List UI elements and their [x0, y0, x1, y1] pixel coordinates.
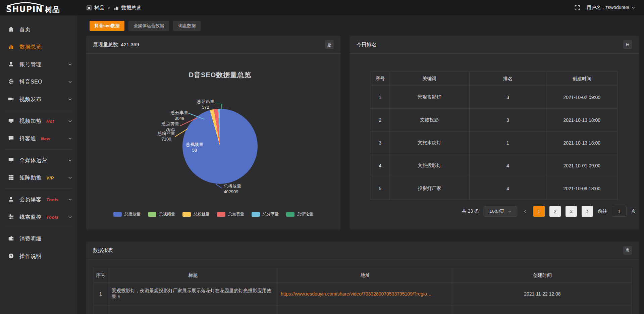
next-page-button[interactable] [582, 206, 593, 217]
sidebar-item-media-ops[interactable]: 全媒体运营 [0, 152, 77, 169]
page-button-3[interactable]: 3 [566, 206, 577, 217]
legend-label: 总视频量 [159, 211, 175, 217]
table-header-row: 序号关键词排名创建时间 [371, 72, 618, 86]
wallet-icon [8, 235, 15, 242]
fullscreen-icon[interactable] [575, 5, 580, 10]
badge-hot: Hot [46, 119, 54, 124]
table-row: 3文旅水纹灯12021-10-13 18:00 [371, 132, 618, 154]
sidebar-item-douketong[interactable]: 抖客通New [0, 130, 77, 147]
table-row: 1景观投影灯32021-10-02 09:00 [371, 86, 618, 109]
legend-item[interactable]: 总点赞量 [217, 211, 244, 217]
breadcrumb-separator: > [108, 5, 110, 10]
data-tabs: 抖音seo数据全媒体运营数据询盘数据 [90, 21, 639, 31]
pie-label-videos: 总视频量58 [181, 142, 208, 153]
tab-0[interactable]: 抖音seo数据 [90, 21, 124, 31]
module-icon [87, 5, 92, 10]
sidebar-item-matrix-boost[interactable]: 矩阵助推VIP [0, 169, 77, 187]
column-header: 序号 [93, 268, 108, 282]
sidebar-item-label: 抖客通 [19, 135, 36, 142]
video-link[interactable]: https://www.iesdouyin.com/share/video/70… [281, 291, 432, 297]
legend-item[interactable]: 总视频量 [148, 211, 175, 217]
user-menu[interactable]: 用户名：zswodun88 [587, 5, 635, 11]
chevron-down-icon [68, 119, 72, 123]
sidebar-item-label: 会员爆客 [19, 196, 42, 203]
video-icon [8, 96, 15, 103]
chevron-down-icon [68, 80, 72, 84]
app-logo: SHUPIN 树品 [0, 2, 77, 14]
legend-item[interactable]: 总评论量 [286, 211, 313, 217]
table-cell: 4 [470, 177, 546, 200]
table-cell: 2021-11-22 12:08 [453, 282, 632, 305]
table-cell: 3 [371, 132, 389, 154]
bar-chart-icon [114, 5, 119, 10]
sidebar-item-label: 账号管理 [19, 61, 42, 68]
table-cell: 5 [371, 177, 389, 200]
sidebar-item-video-heat[interactable]: 视频加热Hot [0, 112, 77, 130]
sidebar-item-account-manage[interactable]: 账号管理 [0, 56, 77, 73]
report-table: 序号标题地址创建时间1景观投影灯，夜游景观投影灯厂家展示展示落花灯在花园里的灯光… [93, 268, 632, 314]
leader-line [215, 184, 222, 189]
sidebar-item-label: 抖音SEO [19, 78, 42, 86]
table-cell: 2021-10-01 09:00 [546, 154, 618, 177]
sidebar-item-data-overview[interactable]: 数据总览 [0, 38, 77, 56]
tab-2[interactable]: 询盘数据 [173, 21, 201, 31]
today-rank-panel: 今日排名 日 序号关键词排名创建时间1景观投影灯32021-10-02 09:0… [350, 36, 639, 229]
main-content: 抖音seo数据全媒体运营数据询盘数据 展现量总数: 421,369 总 D音SE… [77, 15, 644, 314]
chevron-down-icon [508, 210, 512, 213]
sidebar-divider [5, 228, 72, 228]
title-cell: 景观投影灯，夜游景观投影灯厂家展示展示落花灯在花园里的灯光投影应用效果 # [108, 282, 278, 305]
svg-text:?: ? [10, 254, 12, 258]
legend-item[interactable]: 总播放量 [113, 211, 141, 217]
chart-icon [8, 44, 15, 50]
legend-label: 总点赞量 [228, 211, 244, 217]
sidebar-item-consumption-detail[interactable]: 消费明细 [0, 230, 77, 248]
breadcrumb-current: 数据总览 [121, 5, 142, 11]
username-label: 用户名：zswodun88 [587, 5, 629, 11]
tab-1[interactable]: 全媒体运营数据 [128, 21, 169, 31]
legend-item[interactable]: 总分享量 [252, 211, 279, 217]
total-badge-button[interactable]: 总 [325, 40, 334, 49]
legend-item[interactable]: 总粉丝量 [182, 211, 210, 217]
chevron-down-icon [68, 158, 72, 163]
table-cell [93, 305, 108, 314]
pie-label-comments: 总评论量572 [192, 99, 219, 110]
goto-page-input[interactable] [612, 206, 627, 217]
sidebar-item-label: 操作说明 [19, 253, 42, 260]
table-row: 1景观投影灯，夜游景观投影灯厂家展示展示落花灯在花园里的灯光投影应用效果 #ht… [93, 282, 632, 305]
table-badge-button[interactable]: 表 [623, 246, 632, 255]
column-header: 排名 [470, 72, 546, 86]
table-cell [108, 305, 278, 314]
page-size-select[interactable]: 10条/页 [484, 206, 517, 217]
sidebar-item-member-tools[interactable]: 会员爆客Tools [0, 191, 77, 208]
table-cell: 文旅水纹灯 [389, 132, 470, 154]
table-row: 5投影灯厂家42021-10-09 18:00 [371, 177, 618, 200]
sidebar-item-leads-monitor[interactable]: 线索监控Tools [0, 208, 77, 226]
chevron-right-icon [585, 209, 589, 214]
sidebar-item-label: 数据总览 [19, 44, 42, 51]
day-badge-button[interactable]: 日 [623, 40, 632, 49]
prev-page-button[interactable] [522, 209, 529, 214]
sidebar-item-instructions[interactable]: ?操作说明 [0, 248, 77, 265]
grid-icon [8, 174, 15, 181]
chevron-down-icon [68, 215, 72, 219]
sidebar-item-douyin-seo[interactable]: 抖音SEO [0, 73, 77, 91]
breadcrumb-root[interactable]: 树品 [94, 5, 104, 11]
pagination: 共 23 条 10条/页 123 前往 页 [371, 206, 636, 217]
legend-label: 总评论量 [297, 211, 313, 217]
table-cell: 文旅投影 [389, 109, 470, 132]
page-button-2[interactable]: 2 [549, 206, 561, 217]
rank-panel-title: 今日排名 [357, 42, 377, 48]
legend-swatch [286, 212, 294, 217]
chevron-down-icon [68, 97, 72, 102]
leader-line [221, 104, 222, 110]
sidebar-item-home[interactable]: 首页 [0, 21, 77, 38]
pie-label-shares: 总分享量3049 [166, 110, 193, 121]
user-icon [8, 196, 15, 203]
sidebar-item-video-publish[interactable]: 视频发布 [0, 91, 77, 108]
badge-tools: Tools [46, 215, 59, 220]
legend-label: 总播放量 [124, 211, 141, 217]
page-button-1[interactable]: 1 [533, 206, 545, 217]
sidebar: 首页数据总览账号管理抖音SEO视频发布视频加热Hot抖客通New全媒体运营矩阵助… [0, 15, 77, 314]
goto-unit: 页 [631, 208, 636, 214]
column-header: 地址 [278, 268, 453, 282]
